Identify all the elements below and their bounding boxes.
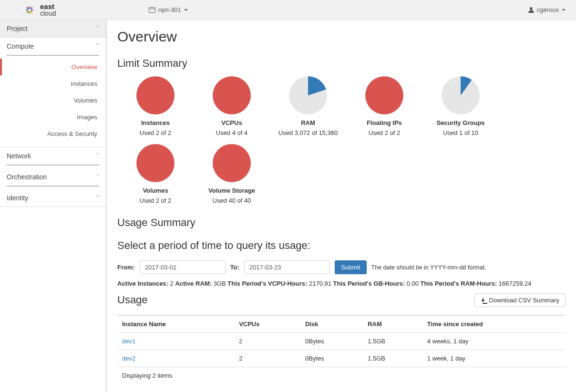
limit-used-text: Used 1 of 10 [422, 129, 499, 136]
col-ram[interactable]: RAM [363, 315, 422, 333]
user-icon [528, 7, 534, 13]
limit-summary: InstancesUsed 2 of 2VCPUsUsed 4 of 4RAMU… [117, 76, 566, 212]
sidebar-item-access-security[interactable]: Access & Security [0, 125, 106, 142]
limit-used-text: Used 2 of 2 [117, 129, 194, 136]
date-query-row: From: To: Submit The date should be in Y… [117, 260, 566, 274]
table-row: dev120Bytes1.5GB4 weeks, 1 day [117, 333, 566, 350]
sidebar-section-compute[interactable]: Compute ˄ [0, 38, 106, 55]
snowflake-icon [23, 3, 36, 17]
usage-table: Instance Name VCPUs Disk RAM Time since … [117, 315, 566, 367]
limit-used-text: Used 4 of 4 [194, 129, 270, 136]
from-label: From: [117, 264, 135, 271]
limit-item: Volume StorageUsed 40 of 40 [194, 144, 270, 204]
quota-pie-icon [213, 144, 251, 182]
limit-used-text: Used 3,072 of 15,360 [270, 129, 346, 136]
sidebar-item-images[interactable]: Images [0, 109, 106, 125]
table-header-row: Instance Name VCPUs Disk RAM Time since … [117, 315, 566, 333]
to-date-input[interactable] [244, 260, 330, 274]
sidebar-section-project[interactable]: Project ˄ [0, 20, 106, 38]
chevron-up-icon: ˄ [96, 25, 99, 32]
limit-summary-title: Limit Summary [117, 57, 566, 70]
quota-pie-icon [289, 76, 327, 114]
col-time[interactable]: Time since created [422, 315, 566, 333]
limit-used-text: Used 40 of 40 [194, 197, 270, 204]
to-label: To: [230, 264, 239, 271]
usage-summary-title: Usage Summary [117, 217, 566, 229]
sidebar: Project ˄ Compute ˄ Overview Instances V… [0, 20, 107, 392]
chevron-down-icon [562, 9, 566, 11]
limit-label: Security Groups [422, 119, 499, 126]
download-csv-button[interactable]: Download CSV Summary [474, 293, 566, 307]
main-content: Overview Limit Summary InstancesUsed 2 o… [107, 20, 576, 392]
limit-item: VCPUsUsed 4 of 4 [194, 76, 270, 136]
quota-pie-icon [365, 76, 403, 114]
limit-item: VolumesUsed 2 of 2 [117, 144, 194, 204]
project-selector[interactable]: npn-301 [145, 6, 192, 13]
usage-heading: Usage [117, 294, 148, 306]
limit-label: Volumes [117, 187, 194, 194]
sidebar-item-instances[interactable]: Instances [0, 75, 106, 92]
table-footer: Displaying 2 items [117, 367, 566, 384]
chevron-down-icon: ˅ [96, 174, 99, 180]
sidebar-section-identity[interactable]: Identity ˅ [0, 189, 106, 207]
stats-line: Active Instances: 2 Active RAM: 3GB This… [117, 280, 566, 287]
quota-pie-icon [213, 76, 251, 114]
limit-item: RAMUsed 3,072 of 15,360 [270, 76, 346, 136]
chevron-down-icon: ˅ [96, 153, 99, 159]
submit-button[interactable]: Submit [335, 260, 366, 274]
divider [7, 165, 99, 165]
limit-label: Instances [117, 119, 194, 126]
limit-item: InstancesUsed 2 of 2 [117, 76, 194, 136]
from-date-input[interactable] [140, 260, 226, 274]
project-icon [149, 7, 155, 13]
project-name: npn-301 [158, 6, 181, 13]
chevron-down-icon: ˅ [96, 195, 99, 201]
user-menu[interactable]: cgeroux [528, 6, 568, 13]
chevron-up-icon: ˄ [96, 43, 99, 50]
brand-top: east [40, 3, 56, 10]
divider [7, 186, 99, 186]
select-period-title: Select a period of time to query its usa… [117, 239, 566, 252]
date-format-hint: The date should be in YYYY-mm-dd format. [371, 264, 486, 271]
limit-label: RAM [270, 119, 346, 126]
col-vcpus[interactable]: VCPUs [234, 315, 300, 333]
download-icon [481, 298, 485, 303]
quota-pie-icon [442, 76, 480, 114]
svg-marker-7 [26, 7, 29, 10]
limit-label: Volume Storage [194, 187, 270, 194]
brand-logo: east cloud [0, 3, 107, 17]
limit-label: Floating IPs [346, 119, 422, 126]
usage-header: Usage Download CSV Summary [117, 290, 566, 310]
limit-used-text: Used 2 of 2 [117, 197, 194, 204]
sidebar-section-network[interactable]: Network ˅ [0, 147, 106, 165]
instance-link[interactable]: dev1 [122, 338, 135, 345]
instance-link[interactable]: dev2 [122, 355, 135, 362]
quota-pie-icon [136, 76, 175, 114]
col-disk[interactable]: Disk [300, 315, 363, 333]
limit-item: Security GroupsUsed 1 of 10 [422, 76, 499, 136]
top-bar: east cloud npn-301 cgeroux [0, 0, 576, 20]
sidebar-item-overview[interactable]: Overview [0, 59, 106, 75]
sidebar-item-volumes[interactable]: Volumes [0, 92, 106, 109]
compute-nav: Overview Instances Volumes Images Access… [0, 56, 106, 147]
limit-item: Floating IPsUsed 2 of 2 [346, 76, 422, 136]
quota-pie-icon [136, 144, 175, 182]
sidebar-section-orchestration[interactable]: Orchestration ˅ [0, 168, 106, 186]
user-name: cgeroux [537, 6, 559, 13]
table-row: dev220Bytes1.5GB1 week, 1 day [117, 350, 566, 367]
col-instance-name[interactable]: Instance Name [117, 315, 234, 333]
chevron-down-icon [184, 9, 188, 11]
brand-bottom: cloud [40, 10, 56, 17]
limit-used-text: Used 2 of 2 [346, 129, 422, 136]
page-title: Overview [117, 29, 566, 45]
limit-label: VCPUs [194, 119, 270, 126]
